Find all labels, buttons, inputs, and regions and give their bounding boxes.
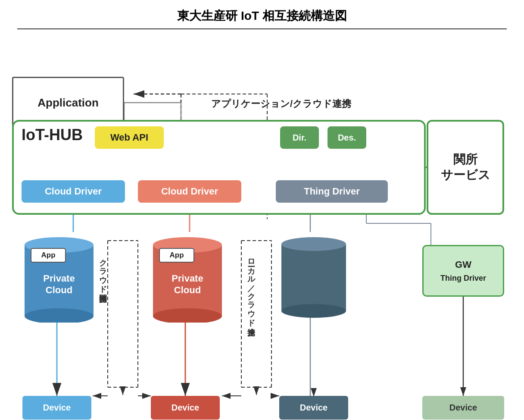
thing-driver-label: Thing Driver xyxy=(304,186,360,197)
web-api-label: Web API xyxy=(110,132,148,143)
cloud-driver-blue-label: Cloud Driver xyxy=(45,186,102,197)
gw-box: GW Thing Driver xyxy=(422,245,504,297)
cloud-interop-label: クラウド間連携 xyxy=(97,254,108,288)
svg-rect-53 xyxy=(281,244,346,311)
svg-point-55 xyxy=(281,237,346,251)
thing-driver: Thing Driver xyxy=(276,180,388,203)
iot-hub-label: IoT-HUB xyxy=(22,126,83,144)
gw-thing-driver-label: Thing Driver xyxy=(440,274,486,283)
cloud-driver-red-label: Cloud Driver xyxy=(161,186,218,197)
svg-text:Cloud: Cloud xyxy=(174,285,201,295)
dir-box: Dir. xyxy=(280,126,319,149)
svg-text:Cloud: Cloud xyxy=(46,285,72,295)
web-api-box: Web API xyxy=(95,126,164,149)
kanjo-label-line1: 関所 xyxy=(441,152,490,167)
svg-text:App: App xyxy=(41,251,55,259)
device-box-blue: Device xyxy=(22,396,91,420)
dir-label: Dir. xyxy=(293,133,306,143)
svg-text:Private: Private xyxy=(172,273,203,284)
application-label: Application xyxy=(37,96,99,110)
device-box-gray: Device xyxy=(279,396,348,420)
svg-text:Private: Private xyxy=(43,273,75,284)
cloud-driver-blue: Cloud Driver xyxy=(22,180,125,203)
des-label: Des. xyxy=(338,133,356,143)
svg-point-54 xyxy=(281,304,346,318)
svg-text:App: App xyxy=(169,251,184,259)
local-cloud-label: ローカル／クラウド連携 xyxy=(246,254,256,322)
device-blue-label: Device xyxy=(43,403,71,413)
kanjo-label-line2: サービス xyxy=(441,167,490,183)
device-box-red: Device xyxy=(151,396,220,420)
des-box: Des. xyxy=(328,126,366,149)
kanjo-box: 関所 サービス xyxy=(427,120,504,215)
cylinder-blue: App Private Cloud xyxy=(22,232,96,324)
device-red-label: Device xyxy=(172,403,200,413)
device-box-green: Device xyxy=(422,396,504,420)
cylinder-gray xyxy=(279,232,348,320)
cylinder-red: App Private Cloud xyxy=(151,232,224,324)
page-title: 東大生産研 IoT 相互接続構造図 xyxy=(17,0,507,29)
app-cloud-label: アプリケーション/クラウド連携 xyxy=(211,97,351,110)
device-green-label: Device xyxy=(449,403,477,413)
gw-label: GW xyxy=(455,259,471,270)
device-gray-label: Device xyxy=(300,403,328,413)
cloud-driver-red: Cloud Driver xyxy=(138,180,241,203)
